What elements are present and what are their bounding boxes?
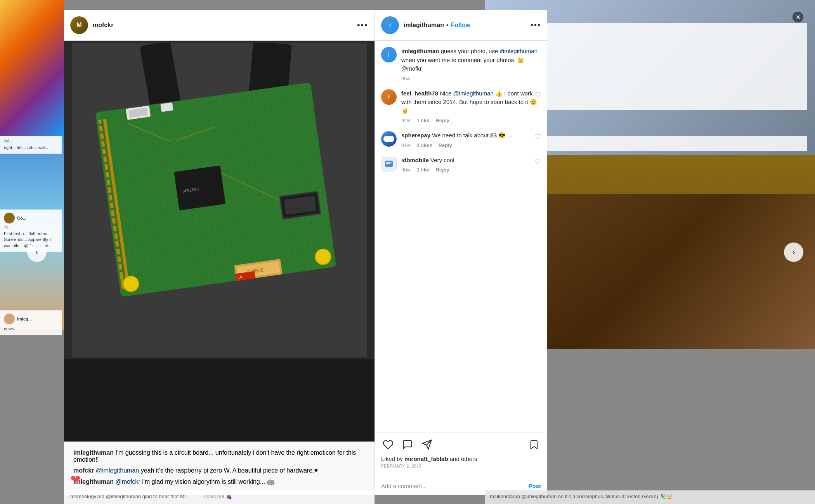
comment-meta: 90w 1 like Reply [401, 167, 541, 173]
prev-post-button[interactable]: ‹ [27, 242, 47, 262]
bottom-comment-strip-right: maikenstarup @imlegithuman no it's a cor… [485, 490, 815, 504]
caption-line-2: mofckr @imlegithuman yeah it's the raspb… [73, 467, 365, 474]
post-image: T70030 16 BCM2835 [64, 41, 375, 359]
comment-body: spherepay We need to talk about $$ 😎 ...… [401, 131, 541, 148]
post-date: FEBRUARY 2, 2018 [381, 464, 541, 468]
post-modal: M mofckr ••• [64, 10, 547, 495]
more-options-button[interactable]: ••• [531, 21, 541, 29]
comment-item: i imlegithuman guess your photo, use #im… [381, 47, 541, 81]
comment-button[interactable] [401, 438, 414, 452]
comment-text: idbmobile Very cool [401, 156, 541, 165]
right-username: imlegithuman [404, 22, 444, 29]
comment-meta: 91w 2 likes Reply [401, 142, 541, 148]
bottom-strip-text-right: maikenstarup @imlegithuman no it's a cor… [490, 494, 672, 499]
comment-likes: 2 likes [417, 142, 432, 148]
comment-heart-icon[interactable]: ♡ [535, 91, 541, 99]
comment-meta: 92w 1 like Reply [401, 118, 541, 123]
post-caption-area: ❤ imlegithuman I'm guessing this is a ci… [64, 442, 375, 495]
comment-avatar [381, 156, 397, 171]
bookmark-button[interactable] [527, 438, 541, 452]
caption-line-3: imlegithuman @mofckr i'm glad my vision … [73, 478, 365, 485]
comment-time: 90w [401, 167, 411, 173]
comment-avatar: f [381, 89, 397, 105]
comments-panel: i imlegithuman • Follow ••• i imlegithum… [375, 10, 547, 495]
like-button[interactable] [381, 438, 395, 452]
left-post-block-3: imleg... news... [0, 310, 62, 335]
post-header-avatar: M [70, 16, 88, 34]
share-button[interactable] [420, 438, 434, 452]
left-post-block-1: iml... right... left... rob... wal... [0, 136, 62, 154]
circuit-board-image: T70030 16 BCM2835 [72, 43, 367, 357]
svg-rect-29 [161, 102, 173, 112]
comment-text: feel_health78 Nice @imlegithuman 👍 I don… [401, 89, 541, 116]
add-comment-input[interactable] [381, 483, 528, 489]
comment-avatar [381, 131, 397, 147]
reply-button[interactable]: Reply [439, 142, 452, 148]
comment-time: 92w [401, 118, 411, 123]
comment-text: spherepay We need to talk about $$ 😎 ... [401, 131, 541, 140]
bg-left-top [0, 0, 64, 136]
comment-meta: 95w [401, 76, 541, 81]
comment-item: spherepay We need to talk about $$ 😎 ...… [381, 131, 541, 148]
close-icon[interactable]: ✕ [792, 12, 803, 23]
comment-likes: 1 like [417, 118, 430, 123]
post-comment-button[interactable]: Post [528, 483, 541, 489]
comment-avatar: i [381, 47, 397, 62]
action-icons-row [381, 438, 541, 452]
comment-item: idbmobile Very cool 90w 1 like Reply ♡ [381, 156, 541, 173]
post-username[interactable]: mofckr [93, 22, 357, 29]
svg-text:16: 16 [238, 275, 242, 279]
next-post-button[interactable]: › [784, 242, 803, 262]
right-header-avatar: i [381, 16, 399, 34]
comment-body: idbmobile Very cool 90w 1 like Reply [401, 156, 541, 173]
post-left-panel: M mofckr ••• [64, 10, 375, 495]
comment-time: 95w [401, 76, 411, 81]
comment-item: f feel_health78 Nice @imlegithuman 👍 I d… [381, 89, 541, 124]
follow-button[interactable]: Follow [451, 22, 471, 29]
comment-time: 91w [401, 142, 411, 148]
liked-by-text: Liked by mironaft_fablab and others [381, 456, 541, 462]
right-header: i imlegithuman • Follow ••• [375, 10, 547, 41]
post-header: M mofckr ••• [64, 10, 375, 41]
reply-button[interactable]: Reply [435, 118, 449, 123]
caption-line-1: imlegithuman I'm guessing this is a circ… [73, 449, 365, 463]
comment-body: feel_health78 Nice @imlegithuman 👍 I don… [401, 89, 541, 124]
comment-text: imlegithuman guess your photo, use #imle… [401, 47, 541, 73]
post-more-button[interactable]: ••• [357, 20, 368, 30]
reply-button[interactable]: Reply [435, 167, 449, 173]
comment-heart-icon[interactable]: ♡ [535, 158, 541, 166]
svg-rect-38 [174, 165, 225, 210]
like-icon[interactable]: ❤ [70, 472, 81, 487]
comment-body: imlegithuman guess your photo, use #imle… [401, 47, 541, 81]
comment-likes: 1 like [417, 167, 430, 173]
post-actions: Liked by mironaft_fablab and others FEBR… [375, 433, 547, 477]
comment-heart-icon[interactable]: ♡ [535, 133, 541, 141]
comments-list: i imlegithuman guess your photo, use #im… [375, 41, 547, 433]
follow-dot: • [446, 22, 449, 29]
